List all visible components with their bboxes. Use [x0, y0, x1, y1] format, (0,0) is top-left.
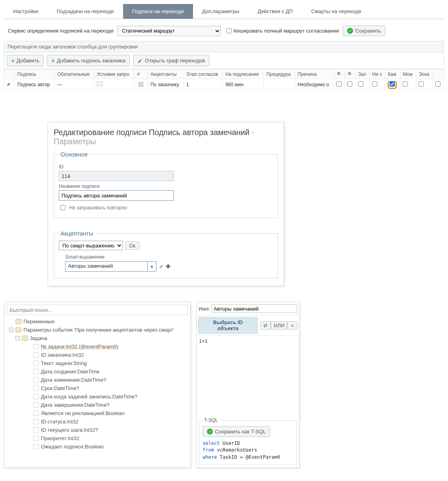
grid-col-2[interactable]: Обязательные: [55, 70, 95, 79]
cache-checkbox-label[interactable]: Кешировать полный маршрут согласования: [225, 27, 339, 35]
field-icon: [33, 352, 39, 357]
grid-col-13[interactable]: Не з: [370, 70, 385, 79]
grid-col-16[interactable]: Эска: [416, 70, 433, 79]
tree-item-11[interactable]: Приоритет:Int32: [27, 434, 188, 442]
cell-flag-5[interactable]: [400, 79, 416, 90]
tree-item-12[interactable]: Ожидает подписи:Boolean: [27, 442, 188, 451]
tree-item-9[interactable]: ID статуса:Int32: [27, 417, 188, 426]
select-id-button[interactable]: Выбрать ID объекта: [198, 317, 258, 334]
grid-col-8[interactable]: Процедура: [264, 70, 295, 79]
grid-col-15[interactable]: Мож: [400, 70, 416, 79]
tree-item-6[interactable]: Дата когда задачей занялись:DateTime?: [27, 392, 188, 401]
tree-item-task[interactable]: −Задача: [15, 334, 188, 342]
tree-item-10[interactable]: ID текущего шага:Int32?: [27, 426, 188, 434]
cache-checkbox[interactable]: [226, 28, 232, 33]
cell-flag-0[interactable]: [334, 79, 344, 90]
tsql-code: select UserID from vcRemarksUsers where …: [203, 440, 293, 461]
route-select[interactable]: Статический маршрут: [118, 26, 221, 36]
chevron-down-icon[interactable]: ▾: [147, 262, 156, 271]
acceptor-ok-button[interactable]: Ок: [125, 241, 139, 250]
edit-smart-icon[interactable]: [159, 263, 164, 270]
grid-col-14[interactable]: Каж: [385, 70, 400, 79]
tree-item-root2[interactable]: −Параметры события 'При получении акцепт…: [9, 326, 188, 334]
eq-button[interactable]: =: [287, 321, 297, 330]
grid-col-9[interactable]: Причина: [295, 70, 334, 79]
tree-item-vars[interactable]: Переменные: [9, 317, 188, 326]
tree-item-3[interactable]: Дата создания:DateTime: [27, 367, 188, 376]
grid-col-3[interactable]: Условия запро: [94, 70, 134, 79]
expander-icon[interactable]: −: [15, 336, 20, 340]
service-label: Сервис определения подписей на переходе: [8, 28, 114, 34]
cell-flag-2[interactable]: [355, 79, 369, 90]
check-icon: ✓: [207, 429, 213, 435]
tsql-legend: T-SQL: [203, 417, 220, 423]
grid-col-12[interactable]: Зап: [355, 70, 369, 79]
grid-col-7[interactable]: На подписание: [223, 70, 264, 79]
save-button[interactable]: ✓ Сохранить: [343, 25, 385, 36]
and-button[interactable]: И: [260, 321, 271, 330]
params-tree[interactable]: Переменные−Параметры события 'При получе…: [4, 317, 190, 451]
tree-item-0[interactable]: № задачи:Int32 (@eventParam0): [27, 342, 188, 351]
row-edit[interactable]: [4, 79, 15, 90]
tree-item-4[interactable]: Дата изменения:DateTime?: [27, 376, 188, 384]
tree-item-8[interactable]: Является ли рекламацией:Boolean: [27, 409, 188, 417]
cell-procedure: [264, 79, 295, 90]
grid-add-button[interactable]: + Добавить: [7, 55, 44, 66]
cell-accept-chk: [134, 79, 148, 90]
field-icon: [33, 369, 39, 374]
folder-icon: [15, 319, 21, 324]
grid-col-1[interactable]: Подпись: [15, 70, 55, 79]
tab-2[interactable]: Подписи на переходе: [123, 4, 193, 19]
edit-signature-dialog: Редактирование подписи Подпись автора за…: [48, 122, 284, 286]
grid-col-0[interactable]: [4, 70, 15, 79]
tree-item-2[interactable]: Текст задачи:String: [27, 359, 188, 367]
plus-icon: +: [11, 57, 15, 64]
expander-icon[interactable]: −: [9, 328, 14, 332]
search-input[interactable]: [7, 305, 188, 315]
or-button[interactable]: ИЛИ: [271, 321, 287, 330]
svg-point-0: [337, 72, 340, 75]
tree-item-7[interactable]: Дата завершения:DateTime?: [27, 401, 188, 409]
tree-item-1[interactable]: ID заказчика:Int32: [27, 351, 188, 359]
add-smart-icon[interactable]: ✚: [166, 263, 171, 270]
grid-col-6[interactable]: Этап согласов: [183, 70, 223, 79]
expr-name-input[interactable]: [212, 304, 297, 313]
table-row[interactable]: Подпись автор—По заказчику1960 мин.Необх…: [4, 79, 444, 90]
grid-header-row: ПодписьОбязательныеУсловия запроАкцептан…: [4, 70, 444, 79]
fieldset-main-legend: Основное: [59, 151, 89, 158]
acceptor-type-select[interactable]: По смарт-выражению: [59, 241, 123, 250]
gear-icon: [347, 71, 352, 76]
save-tsql-button[interactable]: ✓ Сохранить как T-SQL: [203, 426, 270, 437]
cell-mandatory: —: [55, 79, 95, 90]
cell-flag-6[interactable]: [416, 79, 433, 90]
tab-4[interactable]: Действия с ДП: [249, 4, 302, 19]
smart-expr-select[interactable]: Авторы замечаний ▾: [65, 261, 156, 272]
condition-text[interactable]: 1=1: [197, 336, 299, 415]
tab-1[interactable]: Подзадачи на переходе: [48, 4, 123, 19]
grid-col-10[interactable]: [334, 70, 344, 79]
field-icon: [33, 411, 39, 416]
field-icon: [33, 444, 39, 449]
cell-query-cond[interactable]: [94, 79, 134, 90]
service-row: Сервис определения подписей на переходе …: [4, 23, 444, 39]
field-icon: [33, 436, 39, 441]
grid-col-4[interactable]: [134, 70, 148, 79]
grid-col-5[interactable]: Акцептанты: [148, 70, 183, 79]
cell-flag-7[interactable]: [433, 79, 444, 90]
dont-reask-checkbox[interactable]: [60, 205, 66, 210]
tree-item-5[interactable]: Срок:DateTime?: [27, 384, 188, 392]
gear-icon: [336, 71, 341, 76]
grid-add-customer-button[interactable]: + Добавить подпись заказчика: [47, 55, 130, 66]
cell-flag-4[interactable]: [385, 79, 400, 90]
open-graph-button[interactable]: Открыть граф переходов: [133, 55, 210, 66]
tab-5[interactable]: Смарты на переходе: [302, 4, 370, 19]
name-input[interactable]: [59, 190, 174, 201]
field-icon: [33, 344, 39, 349]
tab-0[interactable]: Настройки: [4, 4, 48, 19]
cell-flag-1[interactable]: [345, 79, 355, 90]
cell-flag-3[interactable]: [370, 79, 385, 90]
grid-col-17[interactable]: [433, 70, 444, 79]
grid-col-11[interactable]: [345, 70, 355, 79]
group-bar[interactable]: Перетащите сюда заголовок столбца для гр…: [4, 41, 444, 52]
tab-3[interactable]: Доп.параметры: [193, 4, 249, 19]
